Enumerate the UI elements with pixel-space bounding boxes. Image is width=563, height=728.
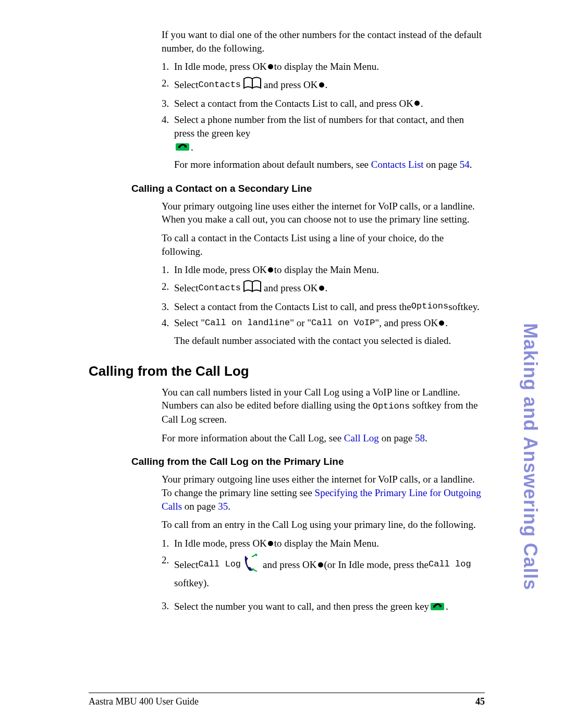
step-text: In Idle mode, press OK to display the Ma… <box>174 60 485 73</box>
paragraph: To call a contact in the Contacts List u… <box>162 231 485 258</box>
body-text-block: Your primary outgoing line uses either t… <box>162 200 485 348</box>
page-number: 45 <box>475 696 485 707</box>
body-text-block: You can call numbers listed in your Call… <box>162 386 485 445</box>
step-1c: 1. In Idle mode, press OK to display the… <box>162 537 485 550</box>
paragraph: Your primary outgoing line uses either t… <box>162 200 485 226</box>
ok-dot-icon <box>319 286 324 291</box>
link-contacts-list[interactable]: Contacts List <box>371 159 424 170</box>
step-number: 3. <box>162 97 174 110</box>
step-1b: 1. In Idle mode, press OK to display the… <box>162 263 485 277</box>
ok-dot-icon <box>319 82 324 88</box>
step-number: 3. <box>162 300 174 314</box>
page: Making and Answering Calls If you want t… <box>0 0 563 728</box>
step-number: 1. <box>162 60 174 73</box>
step-text: In Idle mode, press OK to display the Ma… <box>174 537 485 550</box>
heading-calllog-primary: Calling from the Call Log on the Primary… <box>131 456 485 467</box>
side-chapter-tab: Making and Answering Calls <box>519 323 541 590</box>
step-number: 2. <box>162 280 174 293</box>
heading-secondary-line: Calling a Contact on a Secondary Line <box>131 183 485 194</box>
link-page-58[interactable]: 58 <box>415 433 425 443</box>
step-number: 3. <box>162 599 174 613</box>
ok-dot-icon <box>268 267 273 273</box>
contacts-label: Contacts <box>198 79 241 91</box>
paragraph: Your primary outgoing line uses either t… <box>162 473 485 513</box>
svg-point-1 <box>178 146 180 148</box>
contacts-label: Contacts <box>198 282 241 294</box>
page-footer: Aastra MBU 400 User Guide 45 <box>89 693 485 707</box>
ok-dot-icon <box>268 64 273 69</box>
step-text: In Idle mode, press OK to display the Ma… <box>174 263 485 277</box>
svg-point-2 <box>185 145 187 147</box>
step-3a: 3. Select a contact from the Contacts Li… <box>162 97 485 110</box>
heading-calling-from-call-log: Calling from the Call Log <box>89 363 485 379</box>
green-key-icon <box>430 599 445 614</box>
step-1a: 1. In Idle mode, press OK to display the… <box>162 60 485 73</box>
step-2c: 2. Select Call Log and press OK (or In I… <box>162 553 485 590</box>
ok-dot-icon <box>318 562 323 567</box>
body-text-block: Your primary outgoing line uses either t… <box>162 473 485 614</box>
svg-point-5 <box>439 605 442 607</box>
step-number: 2. <box>162 77 174 90</box>
intro-paragraph: If you want to dial one of the other num… <box>162 28 485 55</box>
call-log-icon <box>243 553 261 577</box>
step-number: 4. <box>162 316 174 330</box>
options-label: Options <box>411 301 448 313</box>
step-text: Select Contacts and press OK . <box>174 280 485 297</box>
paragraph: For more information about the Call Log,… <box>162 431 485 445</box>
footer-title: Aastra MBU 400 User Guide <box>89 696 199 707</box>
paragraph: You can call numbers listed in your Call… <box>162 386 485 426</box>
link-call-log[interactable]: Call Log <box>344 433 379 443</box>
step-text: Select a contact from the Contacts List … <box>174 300 485 314</box>
ok-dot-icon <box>268 541 273 546</box>
step-text: Select Contacts and press OK . <box>174 77 485 94</box>
contacts-book-icon <box>243 280 262 297</box>
step-number: 2. <box>162 553 174 567</box>
step-text: Select Call Log and press OK (or In Idle… <box>174 553 485 590</box>
step-4a: 4. Select a phone number from the list o… <box>162 113 485 171</box>
green-key-icon <box>175 140 190 155</box>
step-number: 1. <box>162 263 174 277</box>
step-3b: 3. Select a contact from the Contacts Li… <box>162 300 485 314</box>
link-page-35[interactable]: 35 <box>218 501 228 512</box>
step-text: Select "Call on landline" or "Call on Vo… <box>174 316 485 347</box>
step-2a: 2. Select Contacts and press OK . <box>162 77 485 94</box>
calllog-label: Call Log <box>198 559 241 571</box>
link-page-54[interactable]: 54 <box>460 159 470 170</box>
ok-dot-icon <box>414 101 420 106</box>
paragraph: To call from an entry in the Call Log us… <box>162 518 485 532</box>
step-2b: 2. Select Contacts and press OK . <box>162 280 485 297</box>
step-3c: 3. Select the number you want to call, a… <box>162 599 485 614</box>
step-text: Select the number you want to call, and … <box>174 599 485 614</box>
svg-point-4 <box>433 606 435 608</box>
options-label: Options <box>373 401 410 411</box>
contacts-book-icon <box>243 77 262 94</box>
step-text: Select a phone number from the list of n… <box>174 113 485 171</box>
ok-dot-icon <box>439 320 444 326</box>
step-text: Select a contact from the Contacts List … <box>174 97 485 110</box>
step-number: 4. <box>162 113 174 127</box>
body-text-block: If you want to dial one of the other num… <box>162 28 485 171</box>
step-4b: 4. Select "Call on landline" or "Call on… <box>162 316 485 347</box>
step-number: 1. <box>162 537 174 550</box>
